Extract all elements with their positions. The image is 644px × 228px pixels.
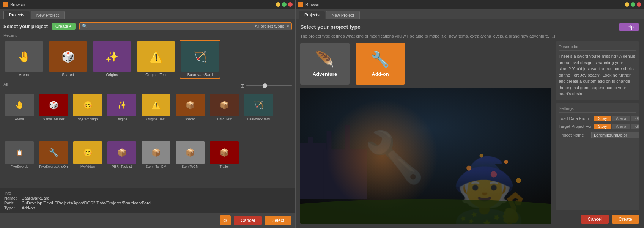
svg-point-12 [504, 160, 508, 164]
description-title: Description [559, 44, 636, 51]
create-button[interactable]: Create + [52, 23, 76, 30]
size-slider[interactable] [246, 85, 292, 86]
settings-section: Settings Load Data From Story Arena GM T… [556, 103, 639, 211]
proj-storytogm[interactable]: 📦 StoryToGM [174, 140, 206, 185]
left-app-icon [3, 2, 8, 7]
load-arena-button[interactable]: Arena [612, 116, 630, 121]
recent-projects-row: 🤚 Arena 🎲 Shared ✨ Origins ⚠️ O [3, 40, 292, 79]
target-arena-button[interactable]: Arena [612, 124, 630, 129]
game-art-svg: 🔧 🧙 [300, 88, 551, 224]
settings-title: Settings [559, 106, 636, 113]
all-section-label: All [3, 82, 8, 87]
target-project-label: Target Project For [559, 124, 593, 129]
right-minimize-btn[interactable] [625, 2, 629, 7]
type-card-adventure[interactable]: 🪶 Adventure [300, 43, 350, 85]
recent-project-origins-test[interactable]: ⚠️ Origins_Test [135, 40, 176, 79]
left-main-content: Select your project Create + 🔍 All proje… [0, 19, 295, 188]
target-gm-button[interactable]: GM [631, 124, 639, 129]
right-maximize-btn[interactable] [631, 2, 635, 7]
game-art-image: 🔧 🧙 [300, 88, 551, 224]
left-maximize-btn[interactable] [282, 2, 287, 7]
right-tab-new-project[interactable]: New Project [326, 11, 360, 19]
addon-label: Add-on [372, 71, 389, 77]
proj-trailer[interactable]: 📦 Trailer [208, 140, 240, 185]
proj-origins-test[interactable]: ⚠️ Origins_Test [140, 92, 172, 137]
target-story-button[interactable]: Story [594, 124, 611, 129]
proj-fiveswords-and-on[interactable]: 🔧 FiveSwordsAndOn [38, 140, 69, 185]
proj-shared[interactable]: 📦 Shared [174, 92, 206, 137]
right-create-button[interactable]: Create [612, 215, 639, 224]
search-input[interactable] [90, 24, 253, 28]
svg-rect-2 [300, 143, 326, 199]
left-title-bar-left: Browser [3, 2, 25, 7]
proj-tdr-test[interactable]: 📦 TDR_Test [208, 92, 240, 137]
right-app-icon [298, 2, 303, 7]
right-subtitle: The project type defines what kind of mo… [300, 34, 639, 38]
left-tab-new-project[interactable]: New Project [31, 11, 65, 19]
left-title-bar: Browser [0, 0, 295, 9]
info-name-value: BaardvarkBard [22, 196, 49, 200]
right-window-title: Browser [305, 2, 321, 7]
target-project-row: Target Project For Story Arena GM [559, 124, 636, 129]
info-path-row: Path: C:/Develop/Dev/LSProjects/Apps/DOS… [4, 201, 291, 205]
recent-label-shared: Shared [62, 73, 74, 77]
load-gm-button[interactable]: GM [631, 116, 639, 121]
left-cancel-button[interactable]: Cancel [234, 216, 261, 225]
recent-project-arena[interactable]: 🤚 Arena [3, 40, 44, 79]
proj-fiveswords[interactable]: 📋 FiveSwords [3, 140, 35, 185]
info-type-row: Type: Add-on [4, 206, 291, 210]
left-minimize-btn[interactable] [276, 2, 280, 7]
search-filter-dropdown[interactable]: All project types ▾ [255, 24, 289, 29]
type-card-addon[interactable]: 🔧 Add-on [356, 43, 405, 85]
gear-icon: ⚙ [223, 217, 228, 223]
right-right-col: Description There's a sword you're missi… [556, 41, 639, 224]
size-slider-container: ⊞ [240, 83, 292, 89]
right-close-btn[interactable] [637, 2, 641, 7]
proj-baardvark-all[interactable]: 🏹 BaardvarkBard [242, 92, 274, 137]
recent-project-baardvark[interactable]: 🏹 BaardvarkBard [180, 40, 220, 79]
recent-project-shared[interactable]: 🎲 Shared [47, 40, 88, 79]
right-header-row: Select your project type Help [300, 23, 639, 31]
right-title-bar-left: Browser [298, 2, 321, 7]
load-story-button[interactable]: Story [594, 116, 611, 121]
right-two-col: 🪶 Adventure 🔧 Add-on [300, 41, 639, 224]
type-cards-row: 🪶 Adventure 🔧 Add-on [300, 43, 551, 85]
project-name-row: Project Name [559, 132, 636, 138]
select-button[interactable]: Select [265, 216, 291, 225]
project-name-input[interactable] [591, 132, 639, 138]
proj-arena[interactable]: 🤚 Arena [3, 92, 35, 137]
right-title-bar: Browser [296, 0, 644, 9]
right-cancel-button[interactable]: Cancel [581, 215, 609, 224]
chevron-down-icon: ▾ [287, 24, 289, 28]
info-type-key: Type: [4, 206, 19, 210]
proj-game-master[interactable]: 🎲 Game_Master [38, 92, 69, 137]
proj-mycampaign[interactable]: 😊 MyCampaign [72, 92, 104, 137]
left-close-btn[interactable] [288, 2, 293, 7]
svg-text:🔧: 🔧 [364, 128, 425, 187]
right-title-controls [625, 2, 641, 7]
proj-myaddon[interactable]: 😊 MyAddon [72, 140, 104, 185]
info-name-key: Name: [4, 196, 19, 200]
help-button[interactable]: Help [619, 23, 639, 31]
left-window-title: Browser [10, 2, 25, 7]
proj-origins[interactable]: ✨ Origins [106, 92, 138, 137]
left-window: Browser Projects New Project Select your… [0, 0, 295, 228]
svg-point-11 [491, 171, 497, 177]
info-type-value: Add-on [22, 206, 35, 210]
proj-pbr-tacklist[interactable]: 📦 PBR_Tacklist [106, 140, 138, 185]
recent-thumb-arena: 🤚 [5, 41, 43, 72]
recent-thumb-origins: ✨ [93, 41, 131, 72]
addon-icon: 🔧 [371, 50, 390, 68]
right-tab-bar: Projects New Project [296, 9, 644, 19]
recent-thumb-origins-test: ⚠️ [137, 41, 175, 72]
recent-project-origins[interactable]: ✨ Origins [91, 40, 132, 79]
proj-story-to-gm[interactable]: 📦 Story_To_GM [140, 140, 172, 185]
recent-label-origins-test: Origins_Test [145, 73, 167, 77]
gear-button[interactable]: ⚙ [220, 215, 231, 225]
left-panel-title: Select your project [3, 24, 48, 29]
adventure-icon: 🪶 [315, 50, 334, 68]
right-tab-projects[interactable]: Projects [299, 11, 325, 19]
left-tab-projects[interactable]: Projects [3, 11, 30, 19]
load-data-row: Load Data From Story Arena GM [559, 116, 636, 121]
left-action-bar: ⚙ Cancel Select [0, 213, 295, 228]
